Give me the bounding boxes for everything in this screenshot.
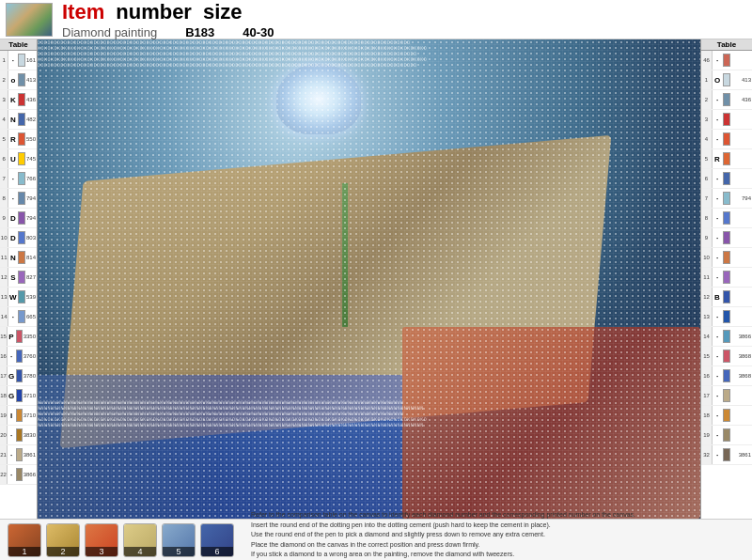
right-table-row: 8 · [701, 209, 752, 228]
number-label: number [116, 0, 192, 24]
row-color-swatch [18, 290, 25, 303]
row-color-swatch [18, 172, 25, 185]
row-color-swatch [18, 211, 25, 225]
thumbnail-number: 4 [124, 547, 156, 556]
row-color-swatch [723, 73, 730, 86]
row-number: 18 [701, 406, 713, 425]
row-count: 3866 [731, 334, 752, 339]
product-type: Diamond painting [62, 25, 157, 39]
row-number: 46 [701, 51, 713, 70]
row-symbol: W [8, 293, 17, 302]
row-number: 10 [701, 248, 713, 267]
row-color-swatch [18, 271, 25, 284]
row-color-swatch [16, 448, 23, 461]
right-table-row: 18 · [701, 406, 752, 426]
row-number: 12 [701, 288, 713, 306]
row-number: 1 [0, 51, 8, 70]
row-number: 7 [0, 169, 8, 188]
row-count: 803 [26, 235, 37, 241]
row-color-swatch [723, 172, 730, 185]
row-color-swatch [723, 330, 730, 343]
left-table-row: 6 U 745 [0, 149, 37, 169]
row-symbol: · [713, 135, 722, 144]
row-color-swatch [16, 468, 23, 481]
row-count: 539 [26, 294, 37, 300]
row-count: 436 [26, 97, 37, 102]
row-count: 3830 [24, 432, 37, 438]
row-number: 14 [701, 327, 713, 346]
row-color-swatch [723, 290, 730, 303]
blue-bottom-area [38, 375, 402, 519]
left-table-row: 8 · 794 [0, 189, 37, 209]
right-table-row: 13 · [701, 307, 752, 327]
row-symbol: S [8, 273, 17, 282]
thumbnail-number: 1 [8, 547, 40, 556]
right-table-row: 15 · 3868 [701, 347, 752, 366]
row-number: 10 [0, 228, 8, 247]
row-symbol: · [8, 175, 17, 183]
row-count: 745 [26, 156, 37, 162]
row-color-swatch [18, 93, 25, 106]
row-symbol: · [8, 471, 15, 479]
row-symbol: · [8, 431, 15, 440]
row-color-swatch [723, 211, 730, 225]
row-symbol: · [8, 56, 17, 65]
row-symbol: D [8, 214, 17, 223]
left-table-row: 20 · 3830 [0, 426, 37, 445]
row-color-swatch [18, 73, 25, 86]
left-table-row: 16 · 3760 [0, 347, 37, 366]
left-table-row: 17 G 3780 [0, 366, 37, 386]
instruction-line: Insert the round end of the dotting pen … [251, 521, 744, 531]
footer-thumbnail: 1 [8, 523, 41, 557]
row-symbol: · [713, 412, 722, 420]
row-color-swatch [723, 251, 730, 264]
header-text-block: Item number size Diamond painting B183 4… [62, 0, 274, 39]
row-symbol: U [8, 155, 17, 163]
thumbnail-number: 6 [201, 547, 233, 556]
left-table-row: 2 o 413 [0, 70, 37, 90]
row-number: 17 [0, 366, 8, 385]
size-label: size [203, 0, 243, 24]
left-table-row: 7 · 766 [0, 169, 37, 189]
right-table-row: 1 O 413 [701, 70, 752, 90]
row-color-swatch [16, 428, 23, 442]
right-table-row: 17 · [701, 386, 752, 406]
row-color-swatch [16, 369, 23, 382]
row-color-swatch [18, 192, 25, 205]
row-color-swatch [16, 350, 23, 363]
left-table-row: 5 R 550 [0, 130, 37, 149]
row-symbol: O [713, 76, 722, 85]
row-number: 13 [701, 307, 713, 326]
row-number: 19 [701, 426, 713, 444]
row-number: 5 [0, 130, 8, 148]
page-header: Item number size Diamond painting B183 4… [0, 0, 752, 39]
row-symbol: G [8, 372, 15, 381]
row-symbol: · [713, 234, 722, 242]
row-count: 3866 [24, 472, 37, 477]
main-content: Table 1 · 161 2 o 413 3 K 436 4 N 482 5 … [0, 39, 752, 519]
left-table-row: 19 I 3710 [0, 406, 37, 426]
left-table-row: 1 · 161 [0, 51, 37, 70]
right-table-row: 32 · 3861 [701, 445, 752, 465]
row-color-swatch [723, 369, 730, 382]
right-table-row: 12 B [701, 288, 752, 307]
left-table-row: 15 P 3350 [0, 327, 37, 347]
row-number: 8 [701, 209, 713, 227]
right-table-row: 16 · 3868 [701, 366, 752, 386]
flower-bloom [276, 64, 361, 134]
row-color-swatch [18, 251, 25, 264]
row-color-swatch [18, 310, 25, 323]
row-number: 21 [0, 445, 8, 464]
header-title-row: Item number size [62, 0, 274, 24]
product-thumbnail [6, 3, 53, 37]
row-number: 32 [701, 445, 713, 464]
row-count: 814 [26, 255, 37, 260]
left-table-rows: 1 · 161 2 o 413 3 K 436 4 N 482 5 R 550 … [0, 51, 37, 485]
footer-instructions: Refer to the comparison table on the can… [242, 510, 744, 560]
product-code: B183 [185, 25, 214, 39]
row-symbol: · [713, 372, 722, 381]
row-symbol: · [713, 194, 722, 203]
row-color-swatch [723, 350, 730, 363]
row-number: 17 [701, 386, 713, 405]
left-table-row: 12 S 827 [0, 268, 37, 288]
